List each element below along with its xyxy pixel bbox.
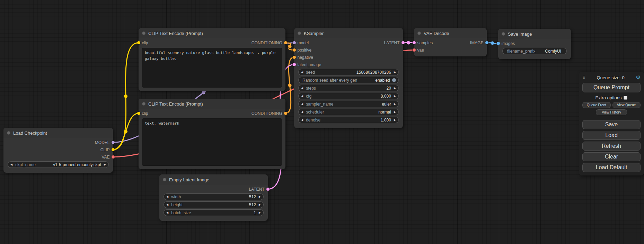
slot-label: MODEL <box>95 140 110 145</box>
vae-input-dot[interactable] <box>413 48 416 52</box>
widget-label: ckpt_name <box>15 162 36 167</box>
clip-output-dot[interactable] <box>112 148 115 151</box>
widget-scheduler[interactable]: ◀ scheduler normal ▶ <box>298 109 399 115</box>
queue-front-button[interactable]: Queue Front <box>582 102 611 108</box>
images-input-dot[interactable] <box>497 42 500 45</box>
collapse-dot[interactable] <box>417 31 421 35</box>
drag-handle-icon[interactable]: ⠿ <box>582 75 586 80</box>
node-vae-decode[interactable]: VAE Decode samples IMAGE vae <box>414 28 487 56</box>
widget-filename-prefix[interactable]: filename_prefix ComfyUI <box>502 48 567 54</box>
node-save-image[interactable]: Save Image images filename_prefix ComfyU… <box>498 29 571 59</box>
settings-gear-icon[interactable]: ⚙ <box>636 75 641 80</box>
link-midpoint-dot[interactable] <box>202 91 205 94</box>
positive-input-dot[interactable] <box>293 48 296 52</box>
increment-arrow-icon[interactable]: ▶ <box>394 71 396 74</box>
increment-arrow-icon[interactable]: ▶ <box>394 103 396 106</box>
widget-width[interactable]: ◀ width 512 ▶ <box>164 193 264 200</box>
node-empty-latent-image[interactable]: Empty Latent Image LATENT ◀ width 512 ▶ … <box>159 174 268 221</box>
increment-arrow-icon[interactable]: ▶ <box>394 95 396 98</box>
node-title-bar[interactable]: Load Checkpoint <box>3 128 113 138</box>
link-midpoint-dot[interactable] <box>124 130 127 133</box>
widget-ckpt-name[interactable]: ◀ ckpt_name v1-5-pruned-emaonly.ckpt ▶ <box>8 161 109 168</box>
node-ksampler[interactable]: KSampler model LATENT positive <box>294 28 403 128</box>
node-title-bar[interactable]: CLIP Text Encode (Prompt) <box>139 99 285 109</box>
collapse-dot[interactable] <box>163 178 166 181</box>
decrement-arrow-icon[interactable]: ◀ <box>301 87 303 90</box>
view-history-button[interactable]: View History <box>596 109 627 115</box>
node-load-checkpoint[interactable]: Load Checkpoint MODEL CLIP VAE <box>3 128 113 173</box>
increment-arrow-icon[interactable]: ▶ <box>259 204 261 206</box>
load-button[interactable]: Load <box>582 131 641 140</box>
positive-prompt-textarea[interactable]: beautiful scenery nature glass bottle la… <box>142 48 282 88</box>
link-midpoint-dot[interactable] <box>288 84 292 87</box>
latent-output-dot[interactable] <box>266 188 270 191</box>
widget-batch-size[interactable]: ◀ batch_size 1 ▶ <box>164 209 264 216</box>
link-midpoint-dot[interactable] <box>407 41 410 45</box>
node-title-bar[interactable]: Save Image <box>498 29 571 39</box>
load-default-button[interactable]: Load Default <box>582 163 641 172</box>
link-midpoint-dot[interactable] <box>124 94 127 98</box>
widget-value: enabled <box>375 78 390 83</box>
vae-output-dot[interactable] <box>112 155 115 159</box>
widget-steps[interactable]: ◀ steps 20 ▶ <box>298 85 399 91</box>
decrement-arrow-icon[interactable]: ◀ <box>166 196 168 198</box>
increment-arrow-icon[interactable]: ▶ <box>259 196 261 198</box>
save-button[interactable]: Save <box>582 120 641 129</box>
widget-value: 20 <box>386 86 391 91</box>
slot-label: vae <box>417 48 424 53</box>
decrement-arrow-icon[interactable]: ◀ <box>301 111 303 114</box>
collapse-dot[interactable] <box>7 131 10 135</box>
queue-prompt-button[interactable]: Queue Prompt <box>582 83 641 92</box>
increment-arrow-icon[interactable]: ▶ <box>259 211 261 214</box>
widget-height[interactable]: ◀ height 512 ▶ <box>164 201 264 208</box>
node-graph-canvas[interactable]: Load Checkpoint MODEL CLIP VAE <box>0 0 644 244</box>
model-input-dot[interactable] <box>293 41 296 44</box>
link-midpoint-dot[interactable] <box>491 42 494 45</box>
widget-label: cfg <box>306 94 311 99</box>
widget-cfg[interactable]: ◀ cfg 8.000 ▶ <box>298 93 399 99</box>
collapse-dot[interactable] <box>142 31 145 35</box>
increment-arrow-icon[interactable]: ▶ <box>394 111 396 114</box>
widget-random-seed-toggle[interactable]: Random seed after every gen enabled <box>298 77 399 83</box>
input-slot-clip: clip <box>137 40 148 45</box>
node-title-bar[interactable]: VAE Decode <box>414 28 487 38</box>
conditioning-output-dot[interactable] <box>284 112 287 115</box>
clip-input-dot[interactable] <box>137 41 140 44</box>
latent-output-dot[interactable] <box>402 41 405 44</box>
conditioning-output-dot[interactable] <box>284 41 287 44</box>
decrement-arrow-icon[interactable]: ◀ <box>301 119 303 121</box>
negative-input-dot[interactable] <box>293 56 296 59</box>
widget-seed[interactable]: ◀ seed 156680208700286 ▶ <box>298 69 399 75</box>
collapse-dot[interactable] <box>142 102 145 106</box>
model-output-dot[interactable] <box>112 141 115 144</box>
latent-image-input-dot[interactable] <box>293 63 296 66</box>
refresh-button[interactable]: Refresh <box>582 142 641 151</box>
decrement-arrow-icon[interactable]: ◀ <box>166 204 168 206</box>
negative-prompt-textarea[interactable]: text, watermark <box>142 118 282 166</box>
toggle-indicator-dot[interactable] <box>392 78 396 82</box>
decrement-arrow-icon[interactable]: ◀ <box>10 163 12 166</box>
increment-arrow-icon[interactable]: ▶ <box>394 87 396 90</box>
decrement-arrow-icon[interactable]: ◀ <box>301 95 303 98</box>
clear-button[interactable]: Clear <box>582 152 641 161</box>
extra-options-checkbox[interactable] <box>624 96 627 100</box>
widget-denoise[interactable]: ◀ denoise 1.000 ▶ <box>298 117 399 123</box>
decrement-arrow-icon[interactable]: ◀ <box>301 103 303 106</box>
increment-arrow-icon[interactable]: ▶ <box>394 119 396 121</box>
widget-sampler-name[interactable]: ◀ sampler_name euler ▶ <box>298 101 399 107</box>
link-midpoint-dot[interactable] <box>288 45 292 48</box>
image-output-dot[interactable] <box>485 41 488 44</box>
increment-arrow-icon[interactable]: ▶ <box>104 163 106 166</box>
node-clip-text-encode-positive[interactable]: CLIP Text Encode (Prompt) clip CONDITION… <box>139 28 285 91</box>
decrement-arrow-icon[interactable]: ◀ <box>301 71 303 74</box>
collapse-dot[interactable] <box>298 31 301 35</box>
node-title-bar[interactable]: CLIP Text Encode (Prompt) <box>139 28 285 38</box>
view-queue-button[interactable]: View Queue <box>612 102 641 108</box>
node-title-bar[interactable]: KSampler <box>294 28 403 38</box>
collapse-dot[interactable] <box>502 32 505 36</box>
samples-input-dot[interactable] <box>413 41 416 44</box>
clip-input-dot[interactable] <box>137 112 140 115</box>
decrement-arrow-icon[interactable]: ◀ <box>166 211 168 214</box>
node-clip-text-encode-negative[interactable]: CLIP Text Encode (Prompt) clip CONDITION… <box>139 99 285 169</box>
node-title-bar[interactable]: Empty Latent Image <box>159 174 268 185</box>
